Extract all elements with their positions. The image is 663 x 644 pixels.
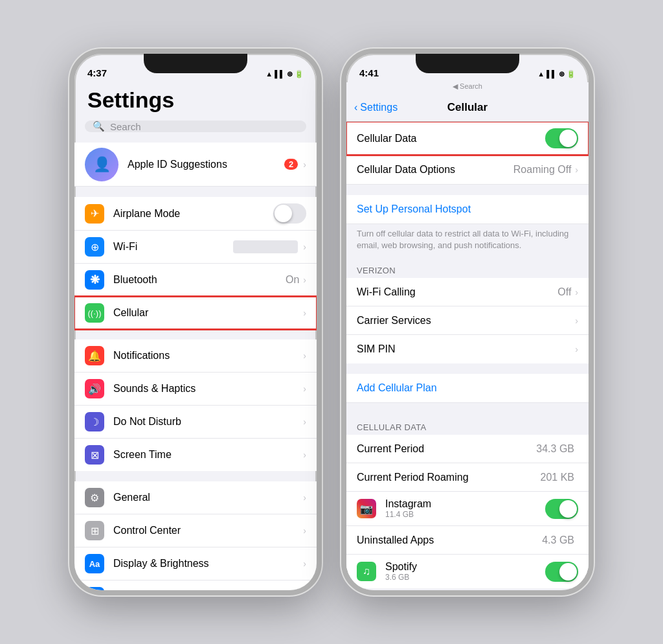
apple-id-badge: 2 — [284, 159, 298, 170]
spotify-info: Spotify 3.6 GB — [385, 561, 417, 582]
cellular-note: Turn off cellular data to restrict all d… — [346, 224, 589, 257]
instagram-info: Instagram 11.4 GB — [385, 498, 431, 519]
sounds-item[interactable]: 🔊 Sounds & Haptics › — [74, 373, 317, 406]
accessibility-icon: ♿ — [85, 587, 104, 590]
add-plan-item[interactable]: Add Cellular Plan — [346, 374, 589, 402]
connectivity-section: ✈ Airplane Mode ⊕ Wi-Fi › ❋ Bluetooth On… — [74, 197, 317, 329]
display-item[interactable]: Aa Display & Brightness › — [74, 547, 317, 581]
current-period-roaming-value: 201 KB — [541, 472, 574, 483]
search-bar[interactable]: 🔍 Search — [85, 121, 306, 132]
phone-2: 4:41 ▲ ▌▌ ⊛ 🔋 ◀ Search ‹ Settings Cellul… — [341, 49, 594, 595]
cellular-icon: ((·)) — [85, 303, 104, 323]
current-period-roaming-label: Current Period Roaming — [357, 472, 541, 483]
wifi-icon: ⊕ — [85, 237, 104, 257]
search-icon: 🔍 — [93, 121, 105, 132]
separator-c2 — [346, 257, 589, 262]
screen-time-label: Screen Time — [113, 449, 303, 461]
instagram-item[interactable]: 📷 Instagram 11.4 GB — [346, 492, 589, 526]
apple-id-label: Apple ID Suggestions — [128, 159, 284, 170]
general-icon: ⚙ — [85, 488, 104, 507]
wifi-chevron: › — [303, 242, 306, 252]
status-icons-1: ▲ ▌▌ ⊛ 🔋 — [265, 70, 304, 78]
nav-title: Cellular — [447, 101, 488, 114]
back-chevron-icon: ‹ — [354, 102, 357, 113]
spotify-toggle[interactable] — [545, 562, 578, 582]
notifications-icon: 🔔 — [85, 346, 104, 365]
hotspot-item[interactable]: Set Up Personal Hotspot — [346, 195, 589, 224]
spotify-icon: ♫ — [357, 562, 376, 581]
wifi-calling-item[interactable]: Wi-Fi Calling Off › — [346, 278, 589, 306]
bluetooth-value: On — [286, 274, 299, 286]
add-plan-section: Add Cellular Plan — [346, 374, 589, 403]
carrier-services-chevron: › — [575, 316, 578, 326]
cellular-data-header: CELLULAR DATA — [346, 419, 589, 435]
display-chevron: › — [303, 558, 306, 569]
wifi-calling-chevron: › — [575, 287, 578, 297]
current-period-roaming-item: Current Period Roaming 201 KB — [346, 463, 589, 492]
status-icons-2: ▲ ▌▌ ⊛ 🔋 — [537, 70, 576, 78]
dnd-label: Do Not Disturb — [113, 416, 303, 428]
dnd-icon: ☽ — [85, 412, 104, 431]
current-period-label: Current Period — [357, 443, 536, 455]
phone-1: 4:37 ▲ ▌▌ ⊛ 🔋 Settings 🔍 Search 👤 Apple … — [69, 49, 322, 595]
sounds-label: Sounds & Haptics — [113, 383, 303, 395]
sim-pin-label: SIM PIN — [357, 343, 575, 355]
instagram-toggle[interactable] — [545, 499, 578, 519]
nav-bar: ‹ Settings Cellular — [346, 93, 589, 122]
wifi-value-blurred — [233, 240, 298, 253]
search-label: Search — [110, 121, 141, 132]
uninstalled-apps-value: 4.3 GB — [542, 535, 574, 546]
cellular-data-options-item[interactable]: Cellular Data Options Roaming Off › — [346, 155, 589, 184]
uninstalled-apps-item: Uninstalled Apps 4.3 GB — [346, 526, 589, 555]
notch-1 — [144, 54, 247, 73]
general-item[interactable]: ⚙ General › — [74, 481, 317, 514]
status-time-1: 4:37 — [87, 67, 107, 78]
cellular-content: Cellular Data Cellular Data Options Roam… — [346, 122, 589, 590]
notifications-chevron: › — [303, 351, 306, 361]
carrier-services-label: Carrier Services — [357, 315, 575, 327]
airplane-mode-item[interactable]: ✈ Airplane Mode — [74, 197, 317, 231]
airplane-toggle[interactable] — [273, 203, 306, 224]
carrier-services-item[interactable]: Carrier Services › — [346, 306, 589, 335]
uninstalled-apps-label: Uninstalled Apps — [357, 535, 542, 546]
status-time-2: 4:41 — [359, 67, 379, 78]
spotify-item[interactable]: ♫ Spotify 3.6 GB — [346, 555, 589, 588]
nav-back-button[interactable]: ‹ Settings — [354, 102, 398, 113]
cellular-data-options-section: Cellular Data Options Roaming Off › — [346, 155, 589, 185]
notifications-section: 🔔 Notifications › 🔊 Sounds & Haptics › ☽… — [74, 339, 317, 471]
wifi-calling-value: Off — [557, 286, 571, 298]
cellular-data-usage-section: Current Period 34.3 GB Current Period Ro… — [346, 435, 589, 588]
dnd-item[interactable]: ☽ Do Not Disturb › — [74, 406, 317, 439]
hotspot-label: Set Up Personal Hotspot — [357, 203, 578, 215]
cellular-data-options-label: Cellular Data Options — [357, 164, 513, 176]
screen-time-chevron: › — [303, 450, 306, 460]
control-center-item[interactable]: ⊞ Control Center › — [74, 514, 317, 547]
bluetooth-icon: ❋ — [85, 270, 104, 290]
cellular-item[interactable]: ((·)) Cellular › — [74, 297, 317, 329]
sim-pin-item[interactable]: SIM PIN › — [346, 335, 589, 363]
cellular-data-item[interactable]: Cellular Data — [346, 122, 589, 155]
instagram-label: Instagram — [385, 498, 431, 510]
notifications-item[interactable]: 🔔 Notifications › — [74, 339, 317, 373]
add-plan-label: Add Cellular Plan — [357, 382, 578, 394]
current-period-value: 34.3 GB — [536, 443, 574, 455]
cellular-data-toggle[interactable] — [545, 128, 578, 148]
cellular-data-label: Cellular Data — [357, 133, 545, 144]
bluetooth-item[interactable]: ❋ Bluetooth On › — [74, 264, 317, 297]
cellular-label: Cellular — [113, 307, 303, 319]
airplane-icon: ✈ — [85, 204, 104, 224]
nav-back-label: Settings — [360, 102, 398, 113]
verizon-section: Wi-Fi Calling Off › Carrier Services › S… — [346, 278, 589, 363]
current-period-item: Current Period 34.3 GB — [346, 435, 589, 463]
screen-time-item[interactable]: ⊠ Screen Time › — [74, 439, 317, 471]
notch-2 — [416, 54, 519, 73]
wifi-item[interactable]: ⊕ Wi-Fi › — [74, 231, 317, 264]
general-section: ⚙ General › ⊞ Control Center › Aa Displa… — [74, 481, 317, 590]
accessibility-item[interactable]: ♿ Accessibility › — [74, 581, 317, 590]
control-center-icon: ⊞ — [85, 521, 104, 540]
notifications-label: Notifications — [113, 350, 303, 362]
screen-time-icon: ⊠ — [85, 445, 104, 465]
apple-id-row[interactable]: 👤 Apple ID Suggestions 2 › — [74, 143, 317, 187]
bluetooth-label: Bluetooth — [113, 274, 286, 286]
spotify-sub: 3.6 GB — [385, 573, 417, 582]
